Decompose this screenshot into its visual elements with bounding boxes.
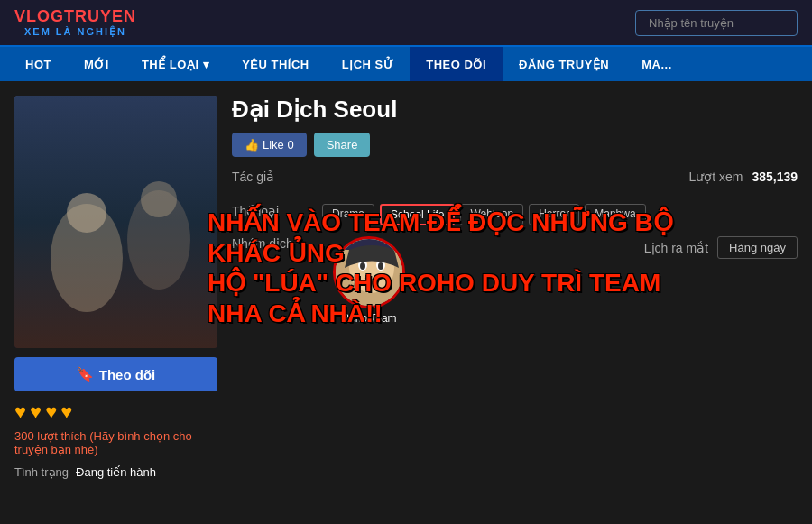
bookmark-icon: 🔖: [77, 366, 94, 382]
nav-hot[interactable]: HOT: [9, 47, 68, 81]
translator-face: [336, 239, 402, 306]
translator-avatar[interactable]: [333, 236, 405, 308]
likes-text: 300 lượt thích (Hãy bình chọn cho truyện…: [14, 429, 217, 456]
follow-label: Theo dõi: [99, 367, 156, 382]
cover-svg: [14, 96, 217, 348]
tag-manhwa[interactable]: Manhwa: [585, 204, 645, 225]
share-button[interactable]: Share: [314, 133, 371, 157]
heart-1: ♥: [14, 400, 26, 424]
tac-gia-info: Tác giả: [232, 170, 599, 184]
heart-3: ♥: [45, 400, 57, 424]
tags-container: Drama School Life Webtoon Horror Manhwa: [322, 204, 646, 225]
search-input[interactable]: [635, 10, 798, 36]
logo-sub: XEM LÀ NGHIỆN: [24, 26, 126, 38]
likes-count: 300 lượt thích: [14, 429, 87, 443]
translator-wrap: Roho Team: [333, 236, 405, 325]
manga-title: Đại Dịch Seoul: [232, 96, 798, 124]
cover-art: ROHOTEAM VLOGTRUYENXEM LÀ NGHIỆN 어느날갑자기서…: [14, 96, 217, 348]
svg-point-10: [378, 262, 383, 270]
nav-the-loai[interactable]: THỂ LOẠI ▾: [125, 47, 226, 81]
follow-button[interactable]: 🔖 Theo dõi: [14, 357, 217, 391]
sidebar: ROHOTEAM VLOGTRUYENXEM LÀ NGHIỆN 어느날갑자기서…: [14, 96, 217, 479]
nhom-dich-row: Nhóm dịch: [232, 236, 798, 325]
tag-horror[interactable]: Horror: [529, 204, 579, 225]
like-count: Like 0: [263, 138, 294, 152]
action-buttons: 👍 Like 0 Share: [232, 133, 798, 157]
nav-moi[interactable]: MỚI: [68, 47, 125, 81]
nav-theo-doi[interactable]: THEO DÕI: [410, 47, 503, 81]
svg-point-9: [360, 262, 365, 270]
lich-ra-mat-right: Lịch ra mắt Hàng ngày: [599, 236, 798, 259]
lich-ra-mat-label: Lịch ra mắt: [644, 241, 708, 255]
header: VLOGTRUYEN XEM LÀ NGHIỆN: [0, 0, 812, 47]
hearts-container: ♥ ♥ ♥ ♥: [14, 400, 217, 424]
lich-ra-mat-value: Hàng ngày: [717, 236, 798, 259]
tag-drama[interactable]: Drama: [322, 204, 374, 225]
tinh-trang-value: Đang tiến hành: [76, 465, 156, 479]
nav-dang-truyen[interactable]: ĐĂNG TRUYỆN: [503, 47, 625, 81]
status-row: Tình trạng Đang tiến hành: [14, 465, 217, 479]
heart-4: ♥: [60, 400, 72, 424]
the-loai-label: Thể loại: [232, 204, 322, 218]
nav-yeu-thich[interactable]: YÊU THÍCH: [226, 47, 326, 81]
translator-name: Roho Team: [341, 312, 396, 325]
logo-top: VLOGTRUYEN: [14, 7, 136, 26]
nhom-dich-content: Nhóm dịch: [232, 236, 599, 325]
luot-xem-label: Lượt xem: [688, 170, 743, 184]
tac-gia-row: Tác giả Lượt xem 385,139: [232, 170, 798, 195]
luot-xem-right: Lượt xem 385,139: [599, 170, 798, 184]
luot-xem-value: 385,139: [752, 170, 798, 184]
main-content: ROHOTEAM VLOGTRUYENXEM LÀ NGHIỆN 어느날갑자기서…: [0, 81, 812, 493]
main-wrapper: NHẤN VÀO TEAM ĐỂ ĐỌC NHỮNG BỘ KHÁC ỦNG H…: [0, 81, 812, 493]
like-button[interactable]: 👍 Like 0: [232, 133, 307, 157]
tag-school-life[interactable]: School Life: [380, 204, 455, 225]
manga-content: Đại Dịch Seoul 👍 Like 0 Share Tác giả: [232, 96, 798, 479]
svg-point-4: [141, 181, 177, 217]
nav-lich-su[interactable]: LỊCH SỬ: [326, 47, 411, 81]
svg-point-3: [67, 193, 106, 233]
main-nav: HOT MỚI THỂ LOẠI ▾ YÊU THÍCH LỊCH SỬ THE…: [0, 47, 812, 81]
logo: VLOGTRUYEN XEM LÀ NGHIỆN: [14, 7, 136, 38]
cover-image: ROHOTEAM VLOGTRUYENXEM LÀ NGHIỆN 어느날갑자기서…: [14, 96, 217, 348]
the-loai-row: Thể loại Drama School Life Webtoon Horro…: [232, 204, 798, 225]
heart-2: ♥: [30, 400, 42, 424]
nhom-dich-left: Nhóm dịch: [232, 236, 599, 325]
tag-webtoon[interactable]: Webtoon: [460, 204, 523, 225]
share-label: Share: [327, 138, 358, 152]
translator-svg: [336, 236, 402, 308]
tinh-trang-label: Tình trạng: [14, 465, 69, 479]
nhom-dich-label: Nhóm dịch: [232, 236, 322, 251]
tac-gia-label: Tác giả: [232, 170, 322, 184]
nav-ma[interactable]: MA...: [625, 47, 688, 81]
thumbs-up-icon: 👍: [245, 138, 259, 152]
tac-gia-left: Tác giả: [232, 170, 599, 195]
